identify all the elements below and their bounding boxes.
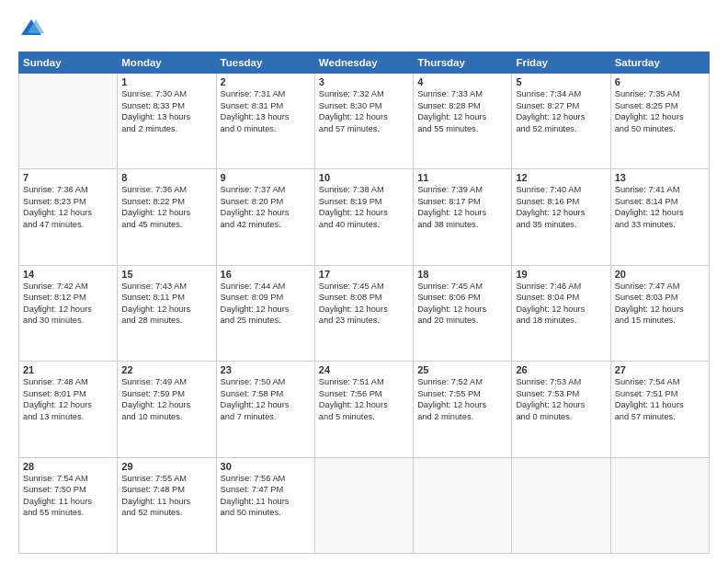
week-row-0: 1Sunrise: 7:30 AMSunset: 8:33 PMDaylight… [19, 74, 710, 169]
day-cell-19: 19Sunrise: 7:46 AMSunset: 8:04 PMDayligh… [512, 265, 610, 361]
empty-cell [414, 457, 512, 553]
day-info-line: Sunset: 8:03 PM [615, 292, 705, 304]
day-info-line: Sunrise: 7:41 AM [615, 184, 705, 196]
week-row-3: 21Sunrise: 7:48 AMSunset: 8:01 PMDayligh… [19, 362, 710, 457]
weekday-header-wednesday: Wednesday [314, 52, 413, 74]
day-info: Sunrise: 7:44 AMSunset: 8:09 PMDaylight:… [221, 281, 311, 327]
day-info-line: Sunset: 8:31 PM [221, 100, 311, 112]
day-info-line: Sunrise: 7:39 AM [417, 184, 507, 196]
weekday-header-row: SundayMondayTuesdayWednesdayThursdayFrid… [19, 52, 710, 74]
day-info-line: Sunrise: 7:53 AM [516, 376, 606, 388]
day-info-line: and 50 minutes. [615, 123, 705, 135]
day-info: Sunrise: 7:49 AMSunset: 7:59 PMDaylight:… [121, 376, 211, 422]
day-number: 28 [23, 461, 113, 472]
day-cell-13: 13Sunrise: 7:41 AMSunset: 8:14 PMDayligh… [610, 169, 709, 265]
day-info-line: and 13 minutes. [23, 411, 113, 423]
day-info: Sunrise: 7:54 AMSunset: 7:50 PMDaylight:… [23, 473, 113, 519]
header [18, 17, 710, 42]
day-info-line: and 2 minutes. [121, 123, 211, 135]
day-info: Sunrise: 7:30 AMSunset: 8:33 PMDaylight:… [121, 88, 211, 134]
day-info-line: Sunrise: 7:45 AM [417, 281, 507, 293]
day-info-line: Daylight: 12 hours [417, 207, 507, 219]
day-info: Sunrise: 7:47 AMSunset: 8:03 PMDaylight:… [615, 281, 705, 327]
weekday-header-saturday: Saturday [610, 52, 709, 74]
day-info-line: Daylight: 12 hours [23, 304, 113, 316]
day-info-line: Daylight: 12 hours [121, 207, 211, 219]
day-info: Sunrise: 7:32 AMSunset: 8:30 PMDaylight:… [319, 88, 409, 134]
day-info: Sunrise: 7:40 AMSunset: 8:16 PMDaylight:… [516, 184, 606, 230]
day-number: 14 [23, 269, 113, 280]
day-cell-8: 8Sunrise: 7:36 AMSunset: 8:22 PMDaylight… [118, 169, 216, 265]
day-number: 11 [417, 172, 507, 183]
day-number: 9 [221, 172, 311, 183]
day-cell-4: 4Sunrise: 7:33 AMSunset: 8:28 PMDaylight… [414, 74, 512, 169]
day-number: 19 [516, 269, 606, 280]
day-info: Sunrise: 7:48 AMSunset: 8:01 PMDaylight:… [23, 376, 113, 422]
logo [18, 17, 48, 42]
day-info-line: Sunrise: 7:30 AM [121, 88, 211, 100]
week-row-2: 14Sunrise: 7:42 AMSunset: 8:12 PMDayligh… [19, 265, 710, 361]
day-number: 4 [417, 76, 507, 87]
day-info-line: and 38 minutes. [417, 219, 507, 231]
day-info-line: and 57 minutes. [319, 123, 409, 135]
day-info-line: Sunset: 8:23 PM [23, 196, 113, 208]
day-info-line: Sunset: 7:51 PM [615, 388, 705, 400]
day-number: 30 [221, 461, 311, 472]
day-info-line: Sunrise: 7:51 AM [319, 376, 409, 388]
day-info-line: and 52 minutes. [121, 507, 211, 519]
day-info: Sunrise: 7:42 AMSunset: 8:12 PMDaylight:… [23, 281, 113, 327]
day-info-line: Daylight: 12 hours [23, 399, 113, 411]
day-info-line: Sunset: 8:33 PM [121, 100, 211, 112]
day-info-line: Daylight: 12 hours [221, 304, 311, 316]
day-info-line: Sunset: 7:50 PM [23, 484, 113, 496]
day-info-line: Daylight: 12 hours [121, 304, 211, 316]
day-info-line: Sunset: 8:19 PM [319, 196, 409, 208]
day-info-line: Daylight: 11 hours [615, 399, 705, 411]
day-info: Sunrise: 7:31 AMSunset: 8:31 PMDaylight:… [221, 88, 311, 134]
day-info: Sunrise: 7:36 AMSunset: 8:22 PMDaylight:… [121, 184, 211, 230]
day-info-line: Sunset: 8:30 PM [319, 100, 409, 112]
day-cell-12: 12Sunrise: 7:40 AMSunset: 8:16 PMDayligh… [512, 169, 610, 265]
day-info-line: Sunrise: 7:55 AM [121, 473, 211, 485]
day-cell-30: 30Sunrise: 7:56 AMSunset: 7:47 PMDayligh… [216, 457, 314, 553]
page: SundayMondayTuesdayWednesdayThursdayFrid… [0, 0, 728, 563]
day-cell-28: 28Sunrise: 7:54 AMSunset: 7:50 PMDayligh… [19, 457, 118, 553]
day-number: 6 [615, 76, 705, 87]
day-number: 23 [221, 364, 311, 375]
day-number: 24 [319, 364, 409, 375]
day-number: 3 [319, 76, 409, 87]
empty-cell [610, 457, 709, 553]
day-info-line: Sunset: 8:27 PM [516, 100, 606, 112]
day-info-line: Sunrise: 7:56 AM [221, 473, 311, 485]
day-cell-25: 25Sunrise: 7:52 AMSunset: 7:55 PMDayligh… [414, 362, 512, 457]
day-info: Sunrise: 7:35 AMSunset: 8:25 PMDaylight:… [615, 88, 705, 134]
day-info-line: and 57 minutes. [615, 411, 705, 423]
day-info-line: and 55 minutes. [23, 507, 113, 519]
day-info-line: Sunset: 8:25 PM [615, 100, 705, 112]
day-info-line: Daylight: 12 hours [615, 111, 705, 123]
day-cell-21: 21Sunrise: 7:48 AMSunset: 8:01 PMDayligh… [19, 362, 118, 457]
day-info-line: Daylight: 12 hours [516, 207, 606, 219]
day-info-line: Daylight: 11 hours [121, 496, 211, 508]
day-cell-18: 18Sunrise: 7:45 AMSunset: 8:06 PMDayligh… [414, 265, 512, 361]
day-info-line: Daylight: 12 hours [615, 304, 705, 316]
day-cell-5: 5Sunrise: 7:34 AMSunset: 8:27 PMDaylight… [512, 74, 610, 169]
weekday-header-thursday: Thursday [414, 52, 512, 74]
day-number: 5 [516, 76, 606, 87]
weekday-header-sunday: Sunday [19, 52, 118, 74]
day-info-line: and 0 minutes. [221, 123, 311, 135]
day-number: 22 [121, 364, 211, 375]
day-info: Sunrise: 7:56 AMSunset: 7:47 PMDaylight:… [221, 473, 311, 519]
day-cell-1: 1Sunrise: 7:30 AMSunset: 8:33 PMDaylight… [118, 74, 216, 169]
day-info-line: Daylight: 12 hours [516, 111, 606, 123]
day-info-line: and 55 minutes. [417, 123, 507, 135]
empty-cell [512, 457, 610, 553]
day-info-line: and 20 minutes. [417, 315, 507, 327]
day-cell-29: 29Sunrise: 7:55 AMSunset: 7:48 PMDayligh… [118, 457, 216, 553]
day-info-line: Sunset: 7:48 PM [121, 484, 211, 496]
day-number: 27 [615, 364, 705, 375]
day-info-line: and 30 minutes. [23, 315, 113, 327]
day-number: 10 [319, 172, 409, 183]
day-cell-23: 23Sunrise: 7:50 AMSunset: 7:58 PMDayligh… [216, 362, 314, 457]
day-info-line: and 52 minutes. [516, 123, 606, 135]
